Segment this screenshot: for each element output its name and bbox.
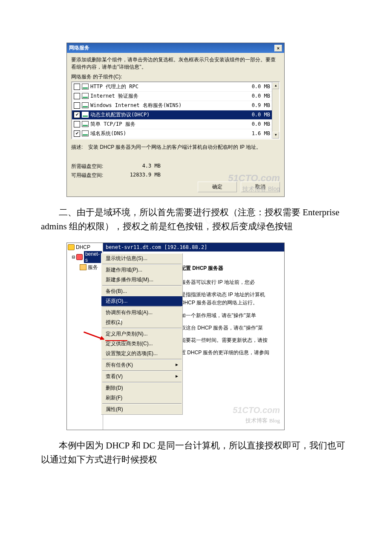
folder-icon <box>80 264 86 270</box>
close-icon[interactable]: × <box>274 45 282 52</box>
service-icon <box>82 121 89 127</box>
scrollbar[interactable]: ▴ ▾ <box>272 82 279 139</box>
description-label: 描述: <box>71 144 88 151</box>
item-label: 动态主机配置协议(DHCP) <box>90 111 245 119</box>
details-line: 是指指派给请求动态 IP 地址的计算机 <box>181 291 281 299</box>
item-size: 0.0 MB <box>245 112 270 118</box>
menu-refresh[interactable]: 刷新(F) <box>101 393 182 403</box>
dialog-title: 网络服务 <box>69 44 89 52</box>
tree-label: 服务 <box>88 264 98 271</box>
tree-label-selected: benet-s <box>84 251 102 263</box>
details-heading: 配置 DHCP 服务器 <box>181 264 281 272</box>
service-icon <box>82 93 89 99</box>
menu-display-stats[interactable]: 显示统计信息(S)... <box>101 254 182 263</box>
item-size: 0.0 MB <box>245 121 270 127</box>
paragraph-2: www.bdocx.com 二、由于是域环境，所以首先需要进行授权（注意：授权需… <box>41 205 351 234</box>
subcomponents-listbox[interactable]: HTTP 代理上的 RPC0.0 MBInternet 验证服务0.0 MBWi… <box>71 81 280 139</box>
list-item[interactable]: ✔动态主机配置协议(DHCP)0.0 MB <box>72 110 272 120</box>
red-underline-icon <box>105 340 127 341</box>
service-icon <box>82 130 89 136</box>
ok-button[interactable]: 确定 <box>198 182 237 192</box>
required-space-value: 4.3 MB <box>114 163 161 170</box>
tree-child-node[interactable]: 服务 <box>68 263 102 272</box>
item-label: HTTP 代理上的 RPC <box>90 83 245 90</box>
checkbox[interactable] <box>74 84 80 90</box>
details-line: 能要花一些时间。需要更新状态，请按 <box>181 336 281 344</box>
menu-new-multicast[interactable]: 新建多播作用域(M)... <box>101 275 182 285</box>
details-line: 置 DHCP 服务的更详细的信息，请参阅 <box>181 349 281 357</box>
dialog-instruction: 要添加或删除某个组件，请单击旁边的复选框。灰色框表示只会安装该组件的一部分。要查… <box>71 56 280 71</box>
item-label: Internet 验证服务 <box>90 92 245 100</box>
item-size: 0.0 MB <box>245 84 270 90</box>
item-label: 简单 TCP/IP 服务 <box>90 121 245 128</box>
menu-reconcile[interactable]: 协调所有作用域(A)... <box>101 308 182 318</box>
tree-root-dhcp[interactable]: DHCP <box>68 244 102 251</box>
cancel-button[interactable]: 取消 <box>241 182 280 192</box>
tree-server-node[interactable]: ⊟ benet-s <box>68 251 102 263</box>
scroll-down-icon[interactable]: ▾ <box>272 132 279 139</box>
item-size: 1.6 MB <box>245 130 270 136</box>
item-size: 0.9 MB <box>245 102 270 108</box>
service-icon <box>82 112 89 118</box>
list-item[interactable]: Windows Internet 名称服务(WINS)0.9 MB <box>72 101 272 110</box>
service-icon <box>82 84 89 90</box>
list-item[interactable]: ✔域名系统(DNS)1.6 MB <box>72 129 272 139</box>
menu-delete[interactable]: 删除(D) <box>101 383 182 393</box>
details-line: DHCP 服务器在您的网络上运行。 <box>181 299 281 307</box>
details-line: 权这台 DHCP 服务器，请在"操作"菜 <box>181 324 281 332</box>
checkbox[interactable]: ✔ <box>74 112 80 118</box>
list-item[interactable]: HTTP 代理上的 RPC0.0 MB <box>72 82 272 92</box>
server-icon <box>76 254 83 260</box>
item-label: 域名系统(DNS) <box>90 130 245 137</box>
dhcp-console-screenshot: ➤ DHCP ⊟ benet-s 服务 显示统计信息(S)... 新建作用域(P… <box>66 243 285 430</box>
subcomponents-label: 网络服务 的子组件(C): <box>71 73 280 81</box>
menu-new-scope[interactable]: 新建作用域(P)... <box>101 265 182 275</box>
scroll-up-icon[interactable]: ▴ <box>272 82 279 89</box>
menu-view[interactable]: 查看(V) <box>101 372 182 382</box>
description-text: 安装 DHCP 服务器为同一个网络上的客户端计算机自动分配临时的 IP 地址。 <box>88 144 280 151</box>
menu-backup[interactable]: 备份(B)... <box>101 286 182 296</box>
checkbox[interactable]: ✔ <box>74 130 80 137</box>
required-space-label: 所需磁盘空间: <box>71 163 114 170</box>
menu-predefined[interactable]: 设置预定义的选项(E)... <box>101 349 182 358</box>
service-icon <box>82 102 89 108</box>
menu-authorize[interactable]: 授权(Z) <box>101 318 182 327</box>
watermark-blog: 技术博客 Blog <box>245 416 280 425</box>
menu-properties[interactable]: 属性(R) <box>101 405 182 414</box>
tree-label: DHCP <box>76 244 90 250</box>
details-line: 加一个新作用域，请在"操作"菜单 <box>181 312 281 320</box>
paragraph-3: 本例中因为 DHCP 和 DC 是同一台计算机，所以直接授权即可，我们也可以通过… <box>41 439 351 467</box>
available-space-label: 可用磁盘空间: <box>71 172 114 179</box>
item-label: Windows Internet 名称服务(WINS) <box>90 102 245 109</box>
item-size: 0.0 MB <box>245 93 270 99</box>
dhcp-icon <box>68 244 75 250</box>
menu-restore[interactable]: 还原(O)... <box>101 296 182 306</box>
watermark-logo: 51CTO.com <box>233 403 280 417</box>
details-line: 服务器可以发行 IP 地址前，您必 <box>181 278 281 286</box>
available-space-value: 12833.9 MB <box>114 172 161 179</box>
dialog-titlebar: 网络服务 × <box>67 43 284 53</box>
list-item[interactable]: 简单 TCP/IP 服务0.0 MB <box>72 120 272 129</box>
context-menu: 显示统计信息(S)... 新建作用域(P)... 新建多播作用域(M)... 备… <box>101 253 183 415</box>
checkbox[interactable] <box>74 121 80 127</box>
checkbox[interactable] <box>74 102 80 109</box>
network-services-dialog: 网络服务 × 要添加或删除某个组件，请单击旁边的复选框。灰色框表示只会安装该组件… <box>66 43 285 197</box>
menu-user-class[interactable]: 定义用户类别(N)... <box>101 329 182 339</box>
list-item[interactable]: Internet 验证服务0.0 MB <box>72 92 272 101</box>
menu-all-tasks[interactable]: 所有任务(K) <box>101 360 182 370</box>
details-title: benet-svr11.dt.com [192.168.88.2] <box>103 243 284 251</box>
checkbox[interactable] <box>74 93 80 99</box>
